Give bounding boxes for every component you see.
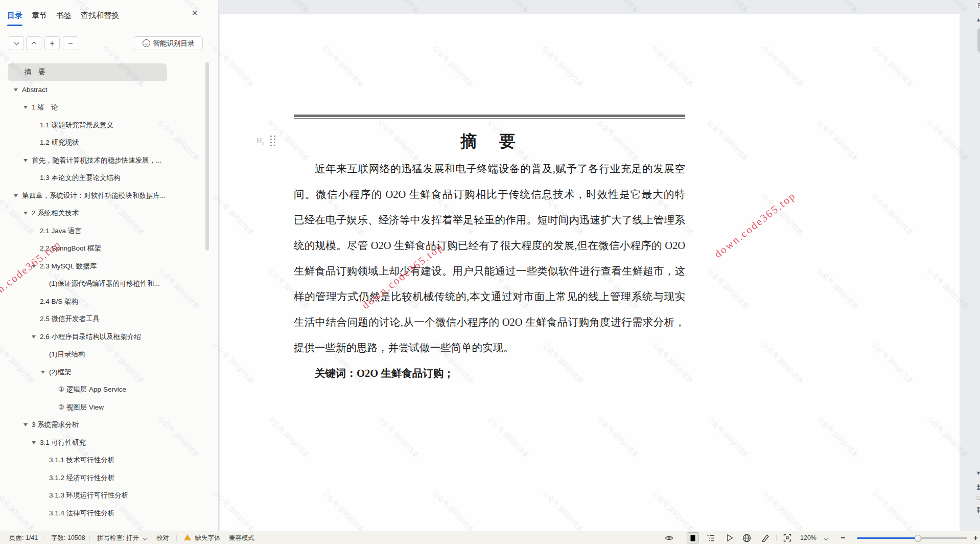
toc-item-label: 3.1.3 环境运行可行性分析 [49,491,128,500]
toc-item[interactable]: 1 绪 论 [0,99,219,117]
paragraph-line: 已经在电子娱乐、经济等中发挥着举足轻重的作用。短时间内迅速扩大了线上管理系 [294,207,685,233]
paragraph-line: 关键词：O2O 生鲜食品订购； [294,360,685,386]
smart-toc-button[interactable]: 智能识别目录 [134,36,203,50]
toc-item-label: Abstract [22,86,48,94]
missing-font-warning[interactable]: 缺失字体 [184,531,220,544]
toc-item-label: 2.5 微信开发者工具 [40,314,100,324]
heading-level-icon[interactable]: H1 [256,137,264,146]
header-rule [294,115,685,119]
caret-down-icon[interactable] [14,194,18,197]
tab-toc[interactable]: 目录 [7,11,22,22]
toc-item[interactable]: (1)目录结构 [0,346,219,364]
scrollbar-thumb[interactable] [977,28,980,53]
toc-item-label: 2.4 B/S 架构 [40,297,78,306]
expand-all-button[interactable] [9,36,24,50]
eye-protection-icon[interactable] [664,533,673,542]
page-title: 摘 要 [294,130,685,153]
toc-item[interactable]: 3.1.2 经济可行性分析 [0,469,219,487]
toc-item[interactable]: 2.5 微信开发者工具 [0,310,219,328]
tab-find-replace[interactable]: 查找和替换 [81,11,119,22]
toc-item[interactable]: (2)框架 [0,364,219,381]
close-panel-icon[interactable]: × [189,7,200,18]
toc-item[interactable]: 首先，随着计算机技术的稳步快速发展，... [0,152,219,170]
fit-screen-button[interactable] [783,533,792,542]
paragraph-line: 统的规模。尽管 O2O 生鲜食品订购已经有了很大程度的发展,但在微信小程序的 O… [294,233,685,258]
page-indicator[interactable]: 页面: 1/41 [9,531,38,544]
tab-chapters[interactable]: 章节 [32,11,47,22]
caret-down-icon[interactable] [24,159,28,162]
toc-item[interactable]: 第四章，系统设计：对软件功能模块和数据库... [0,187,219,205]
toc-item[interactable]: ② 视图层 View [0,399,219,417]
translate-globe-button[interactable] [742,533,751,542]
caret-down-icon[interactable] [32,265,36,268]
smart-toc-icon [143,39,150,47]
toc-item-label: 首先，随着计算机技术的稳步快速发展，... [32,156,161,165]
compat-mode-label[interactable]: 兼容模式 [229,531,254,544]
caret-down-icon[interactable] [14,88,18,92]
scroll-up-button[interactable]: ▲ [974,17,980,22]
drag-handle-icon[interactable] [270,135,277,149]
toc-item[interactable]: 3.1.4 法律可行性分析 [0,505,219,523]
scroll-down-button[interactable]: ▼ [974,470,980,475]
zoom-slider[interactable] [857,537,967,539]
paragraph-line: 提供一些新的思路，并尝试做一些简单的实现。 [294,335,685,360]
previous-page-button[interactable]: ▲▲ [974,484,980,490]
toc-item[interactable]: 3.1.3 环境运行可行性分析 [0,487,219,505]
zoom-out-button[interactable]: − [841,531,845,544]
toc-item[interactable]: 1.1 课题研究背景及意义 [0,117,219,134]
toc-item[interactable]: 2.4 B/S 架构 [0,293,219,311]
toc-item[interactable]: 3.1 可行性研究 [0,434,219,452]
paragraph-line: 生鲜食品订购领域上却少有建设。用户只能通过一些类似软件进行查看生鲜超市，这 [294,258,685,284]
toc-item-label: 1 绪 论 [32,103,58,112]
toc-item[interactable]: 2.2 SpringBoot 框架 [0,240,219,258]
toc-item-label: 2 系统相关技术 [32,209,79,218]
zoom-slider-knob[interactable] [915,535,921,541]
next-page-button[interactable]: ▼▼ [974,507,980,513]
collapse-all-button[interactable] [26,36,41,50]
paragraph-line: 生活中结合问题的讨论,从一个微信小程序的 O2O 生鲜食品订购角度进行需求分析， [294,309,685,335]
page-select-button[interactable]: □ [974,495,980,500]
toc-item[interactable]: (1)保证源代码编译器的可移植性和... [0,275,219,293]
toc-item[interactable]: ① 逻辑层 App Service [0,381,219,399]
toc-item-label: 3.1 可行性研究 [40,438,86,447]
caret-down-icon[interactable] [24,423,28,426]
toc-item[interactable]: 2.3 MySQL 数据库 [0,258,219,276]
toc-item[interactable]: 3.1.1 技术可行性分析 [0,451,219,469]
proofread-button[interactable]: 校对 [156,531,169,544]
toc-item[interactable]: Abstract [0,81,219,99]
toc-item-label: 1.1 课题研究背景及意义 [40,121,113,130]
annotate-pen-button[interactable] [761,533,770,542]
caret-down-icon[interactable] [32,441,36,444]
toc-item-label: (1)目录结构 [49,350,85,359]
zoom-slider-fill [857,537,918,539]
toc-item[interactable]: 1.2 研究现状 [0,134,219,152]
toc-item-label: 3.1.2 经济可行性分析 [49,473,114,483]
spellcheck-toggle[interactable]: 拼写检查: 打开 [97,531,146,544]
toc-list: 摘 要Abstract1 绪 论1.1 课题研究背景及意义1.2 研究现状首先，… [0,63,219,522]
toc-zoom-in-button[interactable]: + [44,36,60,50]
tab-bookmarks[interactable]: 书签 [56,11,72,22]
outline-view-button[interactable] [706,533,715,542]
toc-item[interactable]: 1.3 本论文的主要论文结构 [0,169,219,187]
view-options-icon[interactable] [978,3,980,8]
word-count[interactable]: 字数: 10508 [51,531,85,544]
caret-down-icon[interactable] [32,335,36,338]
zoom-level-dropdown-icon[interactable] [825,531,827,544]
toc-toolbar: + − 智能识别目录 [0,36,219,51]
caret-down-icon[interactable] [41,371,45,374]
document-page[interactable]: H1 摘 要 近年来互联网络的迅猛发展和电子终端设备的普及,赋予了各行业充足的发… [220,14,960,531]
caret-down-icon[interactable] [24,106,28,109]
toc-item[interactable]: 2.1 Java 语言 [0,222,219,240]
toc-item[interactable]: 摘 要 [8,63,167,81]
toc-item[interactable]: 3 系统需求分析 [0,416,219,434]
toc-zoom-out-button[interactable]: − [63,36,78,50]
zoom-level[interactable]: 120% [800,531,816,544]
toc-item[interactable]: 2.6 小程序目录结构以及框架介绍 [0,328,219,346]
toc-item[interactable]: 2 系统相关技术 [0,205,219,222]
abstract-paragraph: 近年来互联网络的迅猛发展和电子终端设备的普及,赋予了各行业充足的发展空间。微信小… [294,156,685,386]
zoom-in-button[interactable]: + [973,531,978,544]
slideshow-button[interactable] [725,533,734,542]
single-page-view-button[interactable] [687,532,699,543]
sidebar-scrollbar-thumb[interactable] [205,62,209,251]
caret-down-icon[interactable] [24,212,28,215]
